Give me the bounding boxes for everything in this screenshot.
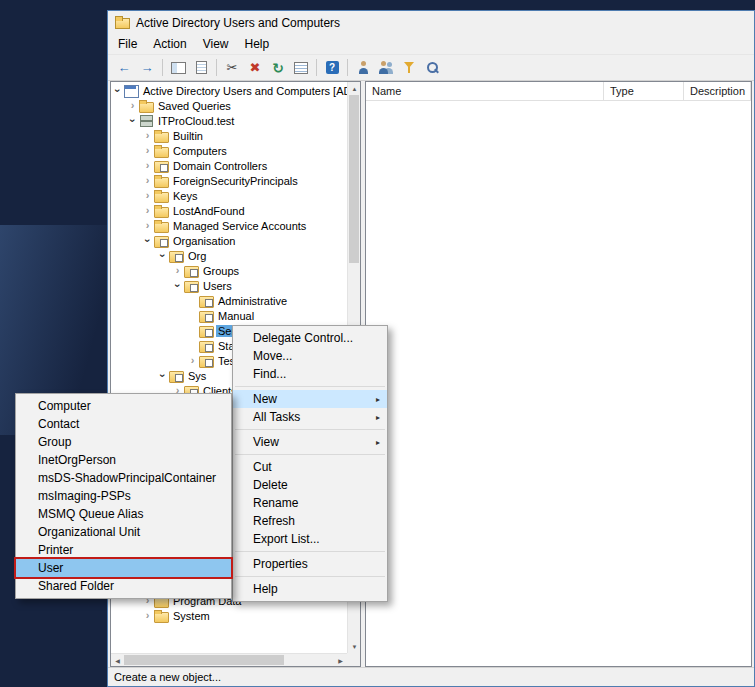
submenu-item-printer[interactable]: Printer <box>16 541 231 559</box>
tree-item-org[interactable]: ›Org <box>111 248 347 263</box>
tree-item-keys[interactable]: ›Keys <box>111 188 347 203</box>
toolbar: ←→✂✖↻? <box>108 54 754 81</box>
context-menu-item-all-tasks[interactable]: All Tasks▸ <box>233 408 387 426</box>
context-menu-item-move[interactable]: Move... <box>233 347 387 365</box>
submenu-item-msimaging-psps[interactable]: msImaging-PSPs <box>16 487 231 505</box>
submenu-item-user[interactable]: User <box>16 559 231 577</box>
scroll-left-icon[interactable]: ◀ <box>111 654 124 667</box>
list-column-headers: NameTypeDescription <box>366 82 751 101</box>
chevron-collapsed-icon[interactable]: › <box>187 355 198 366</box>
show-hide-console-tree-button[interactable] <box>167 57 189 79</box>
chevron-collapsed-icon[interactable]: › <box>142 130 153 141</box>
tree-item-system[interactable]: ›System <box>111 608 347 623</box>
folder-icon <box>154 609 168 622</box>
tree-item-domain-controllers[interactable]: ›Domain Controllers <box>111 158 347 173</box>
back-arrow-icon: ← <box>118 61 131 74</box>
create-new-user-button[interactable] <box>352 57 374 79</box>
scroll-down-icon[interactable]: ▼ <box>348 640 361 653</box>
column-header-type[interactable]: Type <box>604 82 684 100</box>
chevron-expanded-icon[interactable]: › <box>172 280 183 291</box>
submenu-item-contact[interactable]: Contact <box>16 415 231 433</box>
menu-separator <box>235 551 385 552</box>
menu-help[interactable]: Help <box>237 34 278 54</box>
find-button[interactable] <box>421 57 443 79</box>
tree-item-managed-service-accounts[interactable]: ›Managed Service Accounts <box>111 218 347 233</box>
column-header-name[interactable]: Name <box>366 82 604 100</box>
context-menu-item-new[interactable]: New▸ <box>233 390 387 408</box>
title-bar[interactable]: Active Directory Users and Computers <box>108 11 754 34</box>
chevron-expanded-icon[interactable]: › <box>142 235 153 246</box>
tree-item-groups[interactable]: ›Groups <box>111 263 347 278</box>
folder-icon <box>139 99 153 112</box>
object-list-body[interactable] <box>366 101 751 666</box>
chevron-collapsed-icon[interactable]: › <box>127 100 138 111</box>
create-new-group-button[interactable] <box>375 57 397 79</box>
chevron-collapsed-icon[interactable]: › <box>172 265 183 276</box>
submenu-item-msds-shadowprincipalcontainer[interactable]: msDS-ShadowPrincipalContainer <box>16 469 231 487</box>
tree-item-organisation[interactable]: ›Organisation <box>111 233 347 248</box>
menu-item-label: Printer <box>38 543 73 557</box>
tree-item-lostandfound[interactable]: ›LostAndFound <box>111 203 347 218</box>
context-menu-item-properties[interactable]: Properties <box>233 555 387 573</box>
chevron-collapsed-icon[interactable]: › <box>142 205 153 216</box>
context-menu-item-rename[interactable]: Rename <box>233 494 387 512</box>
context-menu-item-view[interactable]: View▸ <box>233 433 387 451</box>
tree-item-administrative[interactable]: ›Administrative <box>111 293 347 308</box>
export-list-button[interactable] <box>290 57 312 79</box>
help-button[interactable]: ? <box>321 57 343 79</box>
tree-item-users[interactable]: ›Users <box>111 278 347 293</box>
menu-file[interactable]: File <box>110 34 145 54</box>
folder-icon <box>154 189 168 202</box>
tree-item-computers[interactable]: ›Computers <box>111 143 347 158</box>
chevron-collapsed-icon[interactable]: › <box>142 175 153 186</box>
submenu-item-inetorgperson[interactable]: InetOrgPerson <box>16 451 231 469</box>
tree-item-active-directory-users-and-computers-ads[interactable]: ›Active Directory Users and Computers [A… <box>111 83 347 98</box>
properties-button[interactable] <box>190 57 212 79</box>
status-text: Create a new object... <box>114 671 221 683</box>
scroll-right-icon[interactable]: ▶ <box>334 654 347 667</box>
tree-item-builtin[interactable]: ›Builtin <box>111 128 347 143</box>
submenu-item-shared-folder[interactable]: Shared Folder <box>16 577 231 595</box>
tree-horizontal-scrollbar[interactable]: ◀ ▶ <box>111 653 347 666</box>
column-header-description[interactable]: Description <box>684 82 751 100</box>
cut-button[interactable]: ✂ <box>221 57 243 79</box>
context-menu-item-cut[interactable]: Cut <box>233 458 387 476</box>
folder-icon <box>154 129 168 142</box>
set-filter-button[interactable] <box>398 57 420 79</box>
chevron-expanded-icon[interactable]: › <box>157 370 168 381</box>
chevron-collapsed-icon[interactable]: › <box>142 610 153 621</box>
tree-item-foreignsecurityprincipals[interactable]: ›ForeignSecurityPrincipals <box>111 173 347 188</box>
context-menu-item-help[interactable]: Help <box>233 580 387 598</box>
context-menu-item-export-list[interactable]: Export List... <box>233 530 387 548</box>
new-user-icon <box>357 61 370 74</box>
delete-button[interactable]: ✖ <box>244 57 266 79</box>
menu-action[interactable]: Action <box>145 34 194 54</box>
chevron-collapsed-icon[interactable]: › <box>142 220 153 231</box>
chevron-collapsed-icon[interactable]: › <box>142 160 153 171</box>
submenu-item-computer[interactable]: Computer <box>16 397 231 415</box>
chevron-expanded-icon[interactable]: › <box>157 250 168 261</box>
chevron-collapsed-icon[interactable]: › <box>142 190 153 201</box>
context-menu-item-delegate-control[interactable]: Delegate Control... <box>233 329 387 347</box>
submenu-item-group[interactable]: Group <box>16 433 231 451</box>
forward-button[interactable]: → <box>136 57 158 79</box>
domain-icon <box>139 114 153 127</box>
chevron-collapsed-icon[interactable]: › <box>142 145 153 156</box>
menu-item-label: All Tasks <box>253 410 300 424</box>
refresh-button[interactable]: ↻ <box>267 57 289 79</box>
tree-item-itprocloud-test[interactable]: ›ITProCloud.test <box>111 113 347 128</box>
tree-item-manual[interactable]: ›Manual <box>111 308 347 323</box>
tree-item-saved-queries[interactable]: ›Saved Queries <box>111 98 347 113</box>
chevron-expanded-icon[interactable]: › <box>127 115 138 126</box>
scroll-up-icon[interactable]: ▲ <box>348 82 361 95</box>
context-menu-item-refresh[interactable]: Refresh <box>233 512 387 530</box>
horizontal-scroll-thumb[interactable] <box>124 655 284 665</box>
submenu-item-msmq-queue-alias[interactable]: MSMQ Queue Alias <box>16 505 231 523</box>
context-menu-item-delete[interactable]: Delete <box>233 476 387 494</box>
submenu-item-organizational-unit[interactable]: Organizational Unit <box>16 523 231 541</box>
menu-view[interactable]: View <box>195 34 237 54</box>
vertical-scroll-thumb[interactable] <box>349 95 359 263</box>
chevron-expanded-icon[interactable]: › <box>112 85 123 96</box>
back-button[interactable]: ← <box>113 57 135 79</box>
context-menu-item-find[interactable]: Find... <box>233 365 387 383</box>
